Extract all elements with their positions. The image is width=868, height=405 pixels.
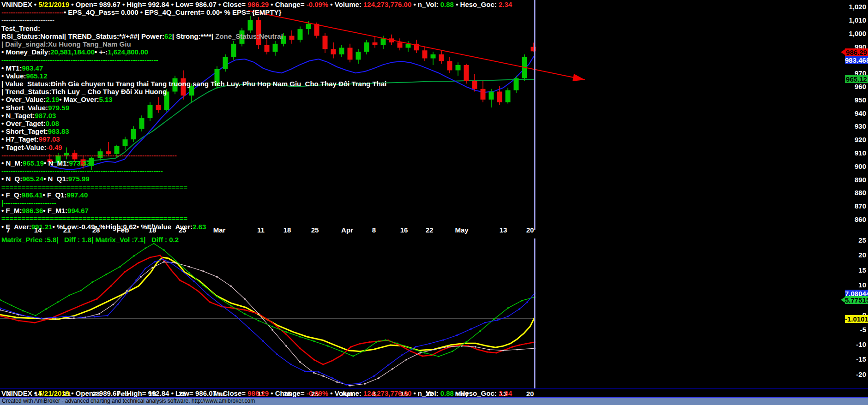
blue-matrix-vol-marker [145,268,146,269]
info-line: • F_Q:986.41• F_Q1:997.40 [1,191,88,199]
price-tick: 890 [830,176,866,184]
candle [398,42,403,48]
info-line: ---------------------------• EPS_4Q_Pass… [1,8,281,16]
info-segment: ----------------------------------------… [1,56,158,64]
red-matrix-price-marker [496,352,497,353]
red-matrix-price-marker [0,315,1,316]
info-segment: | Value_Status:Đinh Gia chuyen tu Trang … [1,80,386,88]
candle [223,57,228,69]
candle [506,90,511,102]
blue-matrix-vol-marker [507,316,509,317]
indicator-tick: 20 [830,251,866,259]
info-segment: • Max_Over: [59,95,99,103]
white-pink-signal-marker [364,383,366,385]
info-segment: | [211,32,215,40]
red-matrix-price-marker [160,255,161,256]
green-matrix-marker [424,352,426,353]
green-matrix-marker [23,310,24,311]
info-segment: • Open= 989.67 • High= 992.84 • Low= 986… [69,0,247,8]
x-axis-label: 7 [0,226,18,234]
info-line: • Money_Daily:20,581,184.00• +-:1,624,80… [1,48,148,56]
red-matrix-price-marker [410,351,412,352]
red-matrix-price-marker [512,346,513,347]
candle [265,45,270,52]
white-pink-signal-marker [447,346,449,347]
candle [306,24,311,30]
info-line: • Value:965.12 [1,72,48,80]
red-matrix-price-marker [189,285,190,286]
info-segment: RSI_Status:Normal| TREND_Status:*#+##| P… [1,32,164,40]
info-segment: 965.12 [26,72,48,80]
blue-matrix-vol-marker [249,328,250,329]
white-pink-signal-marker [313,372,315,374]
blue-matrix-vol-marker [117,304,119,305]
green-matrix-marker [452,351,453,352]
info-segment: 124,273,776.00 [363,0,411,8]
info-segment: • n_Vol: [411,389,440,397]
candle [189,86,194,95]
status-bar: Created with AmiBroker - advanced charti… [0,397,868,405]
info-line: • F_M:986.36• F_M1:994.67 [1,207,89,214]
info-segment: 997.40 [66,191,88,199]
white-pink-signal-marker [189,266,190,268]
info-segment: ========================================… [1,183,187,191]
info-line: VNINDEX • 5/21/2019 • Open= 989.67 • Hig… [1,389,512,397]
info-segment: 983.83 [48,127,69,135]
red-matrix-price-marker [180,280,181,281]
info-segment: • n_Vol: [411,0,440,8]
blue-matrix-vol-marker [94,316,96,317]
green-matrix-marker [466,341,467,343]
indicator-tick: -20 [830,370,866,378]
info-segment: VNINDEX • [1,389,38,397]
x-axis-label: 25 [305,226,325,234]
candle [331,49,336,54]
indicator-tick: -10 [830,340,866,348]
white-pink-signal-marker [55,318,56,320]
x-axis-label: 8 [364,226,384,234]
info-segment: • F_Q1: [42,191,66,199]
blue-matrix-vol-marker [497,319,499,321]
candle [123,139,128,146]
indicator-tick: -15 [830,355,866,363]
info-segment: • Over_Value: [1,95,46,103]
price-tick: 940 [830,109,866,117]
white-pink-signal-marker [258,313,259,315]
blue-matrix-vol-marker [127,292,128,294]
blue-matrix-vol-marker [415,346,416,347]
x-axis-label: 16 [394,226,414,234]
info-segment: • Value: [1,72,26,80]
white-pink-signal-marker [300,361,301,363]
info-segment: 2.34 [499,389,512,397]
tag-arrow-icon [841,49,845,55]
red-matrix-price-marker [34,322,36,323]
x-axis-label: Apr [337,226,357,234]
blue-matrix-vol-marker [193,280,195,282]
green-matrix-marker [163,249,165,250]
info-segment: 2.19 [46,95,59,103]
blue-matrix-vol-marker [27,316,29,317]
green-matrix-marker [410,348,412,349]
green-matrix-marker [175,260,176,261]
indicator-tick: 25 [830,236,866,244]
blue-matrix-vol-marker [0,307,1,309]
candle [447,61,452,70]
candle [431,54,436,59]
info-segment: • H7_Taget: [1,135,39,143]
info-segment: • Open= 989.67 • High= 992.84 • Low= 986… [69,389,247,397]
info-segment: --------------------------- [1,8,64,16]
x-axis-label: 25 [172,226,193,234]
blue-matrix-vol-marker [162,259,163,260]
info-segment: 987.03 [35,112,56,119]
red-matrix-price-marker [440,350,442,351]
info-segment: 2.34 [499,0,512,8]
candle [456,65,461,71]
green-matrix-marker [438,356,440,357]
white-pink-signal-marker [99,313,100,315]
red-matrix-price-marker [332,360,333,361]
status-bar-text: Created with AmiBroker - advanced charti… [2,398,255,404]
info-line: ========================================… [1,214,187,222]
white-pink-signal-marker [337,381,338,383]
red-matrix-price-marker [110,286,112,287]
green-matrix-marker [145,248,146,249]
info-segment: 62 [164,32,172,40]
